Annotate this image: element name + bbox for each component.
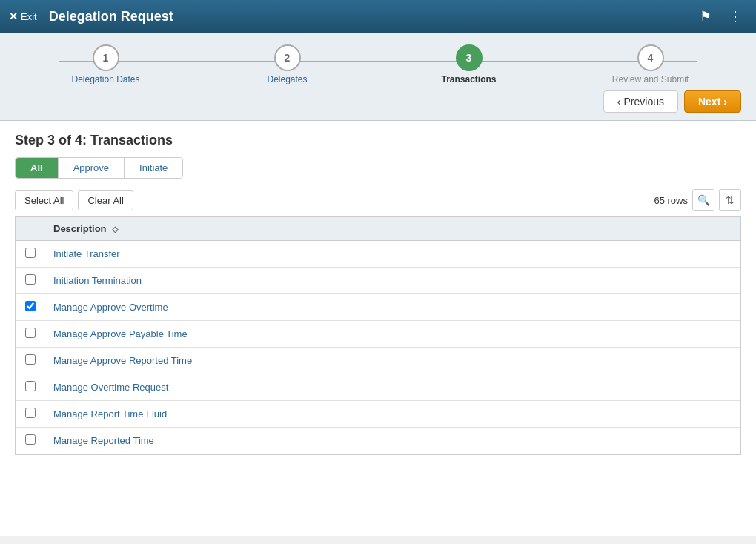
app-title: Delegation Request <box>49 9 694 24</box>
previous-button[interactable]: ‹ Previous <box>603 90 678 113</box>
previous-label: Previous <box>624 96 664 107</box>
table-row: Manage Approve Overtime <box>16 294 740 321</box>
step-4-circle: 4 <box>637 44 664 71</box>
next-button[interactable]: Next › <box>684 90 741 113</box>
exit-button[interactable]: ✕ Exit <box>9 10 37 22</box>
search-button[interactable]: 🔍 <box>692 189 714 211</box>
table-row: Manage Approve Payable Time <box>16 321 740 348</box>
step-4-label: Review and Submit <box>612 74 689 84</box>
row-checkbox[interactable] <box>25 248 36 258</box>
row-checkbox-cell <box>16 321 45 348</box>
sort-direction-icon: ◇ <box>112 225 118 233</box>
stepper: 1 Delegation Dates 2 Delegates 3 Transac… <box>15 44 741 84</box>
row-checkbox-cell <box>16 348 45 374</box>
row-description: Manage Reported Time <box>44 428 740 454</box>
stepper-area: 1 Delegation Dates 2 Delegates 3 Transac… <box>0 33 756 121</box>
row-description: Initiate Transfer <box>44 241 740 268</box>
row-checkbox[interactable] <box>25 328 36 338</box>
row-checkbox-cell <box>16 241 45 268</box>
exit-label: Exit <box>21 11 37 22</box>
clear-all-button[interactable]: Clear All <box>78 190 133 210</box>
row-checkbox-cell <box>16 268 45 294</box>
tab-initiate[interactable]: Initiate <box>125 158 182 178</box>
row-description: Manage Report Time Fluid <box>44 401 740 428</box>
table-row: Manage Approve Reported Time <box>16 348 740 374</box>
table-toolbar: Select All Clear All 65 rows 🔍 ⇅ <box>15 189 741 211</box>
transactions-table: Description ◇ Initiate TransferInitiatio… <box>16 216 740 454</box>
toolbar-right: 65 rows 🔍 ⇅ <box>654 189 741 211</box>
step-1-circle: 1 <box>93 44 119 71</box>
table-row: Manage Report Time Fluid <box>16 401 740 428</box>
table-header-row: Description ◇ <box>16 217 740 241</box>
tab-all[interactable]: All <box>16 158 59 178</box>
app-header: ✕ Exit Delegation Request ⚑ ⋮ <box>0 0 756 33</box>
row-description: Manage Overtime Request <box>44 374 740 401</box>
transactions-table-container[interactable]: Description ◇ Initiate TransferInitiatio… <box>15 216 741 455</box>
row-checkbox-cell <box>16 294 45 321</box>
table-row: Initiate Transfer <box>16 241 740 268</box>
more-options-button[interactable]: ⋮ <box>723 4 747 28</box>
chevron-left-icon: ‹ <box>617 96 621 107</box>
stepper-nav: ‹ Previous Next › <box>15 90 741 113</box>
next-label: Next <box>698 96 720 107</box>
chevron-right-icon: › <box>723 96 727 107</box>
row-count: 65 rows <box>654 195 688 206</box>
row-description: Manage Approve Payable Time <box>44 321 740 348</box>
row-description: Manage Approve Overtime <box>44 294 740 321</box>
table-row: Manage Reported Time <box>16 428 740 454</box>
table-row: Manage Overtime Request <box>16 374 740 401</box>
select-all-button[interactable]: Select All <box>15 190 73 210</box>
step-heading: Step 3 of 4: Transactions <box>15 133 741 148</box>
more-icon: ⋮ <box>729 8 742 24</box>
sort-icon: ⇅ <box>726 194 735 206</box>
step-3[interactable]: 3 Transactions <box>378 44 560 84</box>
sort-button[interactable]: ⇅ <box>719 189 741 211</box>
row-checkbox-cell <box>16 374 45 401</box>
flag-button[interactable]: ⚑ <box>694 4 717 28</box>
step-2-circle: 2 <box>274 44 301 71</box>
row-checkbox[interactable] <box>25 408 36 418</box>
row-checkbox[interactable] <box>25 381 36 391</box>
tab-approve[interactable]: Approve <box>59 158 125 178</box>
search-icon: 🔍 <box>697 194 710 206</box>
main-content: Step 3 of 4: Transactions All Approve In… <box>0 121 756 536</box>
row-description: Initiation Termination <box>44 268 740 294</box>
tabs-container: All Approve Initiate <box>15 157 183 179</box>
row-checkbox-cell <box>16 401 45 428</box>
step-3-circle: 3 <box>456 44 483 71</box>
step-2[interactable]: 2 Delegates <box>196 44 378 84</box>
close-icon: ✕ <box>9 10 18 22</box>
row-checkbox[interactable] <box>25 354 36 365</box>
header-checkbox-cell <box>16 217 45 241</box>
row-checkbox[interactable] <box>25 301 36 311</box>
step-2-label: Delegates <box>267 74 307 84</box>
row-description: Manage Approve Reported Time <box>44 348 740 374</box>
header-actions: ⚑ ⋮ <box>694 4 747 28</box>
row-checkbox[interactable] <box>25 434 36 445</box>
step-4[interactable]: 4 Review and Submit <box>560 44 741 84</box>
description-header[interactable]: Description ◇ <box>44 217 740 241</box>
flag-icon: ⚑ <box>700 8 712 24</box>
table-row: Initiation Termination <box>16 268 740 294</box>
step-3-label: Transactions <box>441 74 496 84</box>
row-checkbox[interactable] <box>25 274 36 285</box>
row-checkbox-cell <box>16 428 45 454</box>
step-1-label: Delegation Dates <box>71 74 139 84</box>
step-1[interactable]: 1 Delegation Dates <box>15 44 196 84</box>
